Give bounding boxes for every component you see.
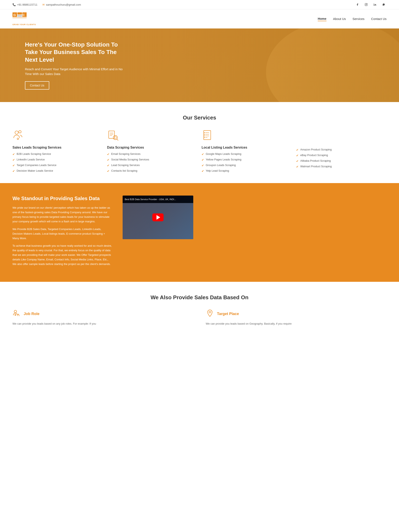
- also-item-2-text: We can provide you leads based on Geogra…: [206, 322, 291, 326]
- list-item: ✔eBay Product Scraping: [296, 154, 382, 157]
- svg-point-27: [204, 134, 205, 135]
- youtube-play-button[interactable]: [152, 213, 164, 221]
- list-item: ✔Email Scraping Services: [107, 152, 193, 156]
- svg-point-29: [204, 137, 205, 138]
- logo[interactable]: G C: [13, 12, 27, 23]
- svg-rect-10: [13, 18, 27, 18]
- whatsapp-icon[interactable]: [381, 2, 386, 7]
- check-icon: ✔: [13, 152, 15, 156]
- video-title-bar: Best B2B Data Service Provider - USA, UK…: [123, 196, 193, 203]
- svg-rect-6: [18, 15, 22, 17]
- phone-icon: 📞: [13, 3, 16, 6]
- data-scraping-icon: [107, 129, 193, 142]
- check-icon: ✔: [202, 164, 204, 167]
- nav-services[interactable]: Services: [352, 17, 365, 21]
- target-place-icon: [206, 309, 214, 319]
- nav-home[interactable]: Home: [318, 17, 326, 21]
- list-item: ✔Decision Maker Leads Service: [13, 169, 99, 173]
- standout-title: We Standout in Providing Sales Data: [13, 196, 112, 201]
- hero-title: Here's Your One-Stop Solution To Take Yo…: [25, 41, 125, 63]
- nav-contact[interactable]: Contact Us: [371, 17, 386, 21]
- logo-area: G C GRAB YOUR CLIENTS: [13, 12, 36, 25]
- svg-text:C: C: [22, 13, 25, 17]
- service-list-1: ✔B2B Leads Scraping Service ✔LinkedIn Le…: [13, 152, 99, 173]
- also-item-1: Job Role We can provide you leads based …: [13, 309, 193, 326]
- svg-rect-21: [204, 131, 211, 140]
- social-links: [355, 2, 386, 7]
- header: G C GRAB YOUR CLIENTS Home About Us Serv…: [0, 9, 399, 28]
- also-item-1-header: Job Role: [13, 309, 39, 319]
- also-section: We Also Provide Sales Data Based On Job …: [0, 282, 399, 334]
- svg-text:G: G: [13, 13, 16, 17]
- also-item-1-title: Job Role: [24, 312, 39, 316]
- standout-para-2: We Provide B2B Sales Data, Targeted Comp…: [13, 227, 112, 241]
- local-listing-icon: [202, 129, 288, 142]
- svg-point-28: [204, 135, 205, 136]
- svg-point-3: [374, 3, 374, 4]
- email-info: ✉ sampathvuchuru@gmail.com: [42, 3, 81, 6]
- svg-point-30: [14, 310, 17, 313]
- video-title-text: Best B2B Data Service Provider - USA, UK…: [125, 198, 176, 201]
- check-icon: ✔: [202, 152, 204, 156]
- svg-rect-5: [18, 13, 22, 14]
- top-bar-left: 📞 +91 8686115711 ✉ sampathvuchuru@gmail.…: [13, 3, 81, 6]
- hero-section: Here's Your One-Stop Solution To Take Yo…: [0, 28, 399, 102]
- list-item: ✔LinkedIn Leads Service: [13, 158, 99, 161]
- list-item: ✔Social Media Scraping Services: [107, 158, 193, 161]
- standout-video: Best B2B Data Service Provider - USA, UK…: [123, 196, 193, 239]
- svg-point-1: [366, 4, 367, 5]
- svg-point-12: [19, 131, 21, 133]
- instagram-icon[interactable]: [363, 2, 369, 7]
- also-item-1-text: We can provide you leads based on any jo…: [13, 322, 96, 326]
- facebook-icon[interactable]: [355, 2, 360, 7]
- phone-number: +91 8686115711: [17, 3, 38, 6]
- phone-info: 📞 +91 8686115711: [13, 3, 38, 6]
- linkedin-icon[interactable]: [372, 2, 378, 7]
- hero-subtitle: Reach and Convert Your Target Audience w…: [25, 67, 125, 76]
- list-item: ✔Alibaba Product Scraping: [296, 159, 382, 163]
- list-item: ✔Google Maps Leads Scraping: [202, 152, 288, 156]
- standout-section: We Standout in Providing Sales Data We p…: [0, 183, 399, 282]
- list-item: ✔Amazon Product Scraping: [296, 148, 382, 152]
- service-title-1: Sales Leads Scraping Services: [13, 146, 99, 149]
- service-col-3: Local Listing Leads Services ✔Google Map…: [197, 129, 292, 175]
- service-title-2: Data Scraping Services: [107, 146, 193, 149]
- hero-cta-button[interactable]: Contact Us: [25, 81, 49, 89]
- video-inner: Best B2B Data Service Provider - USA, UK…: [123, 196, 193, 239]
- list-item: ✔Contacts list Scraping: [107, 169, 193, 173]
- email-address: sampathvuchuru@gmail.com: [46, 3, 81, 6]
- logo-tagline: GRAB YOUR CLIENTS: [13, 24, 36, 25]
- top-bar: 📞 +91 8686115711 ✉ sampathvuchuru@gmail.…: [0, 0, 399, 9]
- check-icon: ✔: [107, 158, 109, 161]
- standout-content: We Standout in Providing Sales Data We p…: [13, 196, 112, 269]
- job-role-icon: [13, 309, 21, 319]
- check-icon: ✔: [296, 165, 299, 168]
- list-item: ✔Yellow Pages Leads Scraping: [202, 158, 288, 161]
- service-col-1: Sales Leads Scraping Services ✔B2B Leads…: [13, 129, 103, 175]
- service-list-3: ✔Google Maps Leads Scraping ✔Yellow Page…: [202, 152, 288, 173]
- also-title: We Also Provide Sales Data Based On: [13, 294, 386, 301]
- list-item: ✔Yelp Lead Scraping: [202, 169, 288, 173]
- svg-rect-14: [109, 131, 114, 138]
- check-icon: ✔: [13, 169, 15, 173]
- video-thumbnail[interactable]: Best B2B Data Service Provider - USA, UK…: [123, 196, 193, 239]
- service-title-3: Local Listing Leads Services: [202, 146, 288, 149]
- list-item: ✔Target Companies Leads Service: [13, 164, 99, 167]
- service-col-4: ✔Amazon Product Scraping ✔eBay Product S…: [292, 129, 386, 171]
- check-icon: ✔: [107, 152, 109, 156]
- standout-para-1: We pride our brand on our clients' perce…: [13, 206, 112, 224]
- also-item-2-header: Target Place: [206, 309, 239, 319]
- email-icon: ✉: [42, 3, 45, 6]
- check-icon: ✔: [202, 169, 204, 173]
- sales-leads-icon: [13, 129, 99, 142]
- nav-about[interactable]: About Us: [333, 17, 346, 21]
- check-icon: ✔: [202, 158, 204, 161]
- service-list-2: ✔Email Scraping Services ✔Social Media S…: [107, 152, 193, 173]
- svg-point-11: [15, 131, 18, 134]
- also-item-2: Target Place We can provide you leads ba…: [206, 309, 386, 326]
- service-list-4: ✔Amazon Product Scraping ✔eBay Product S…: [296, 148, 382, 168]
- list-item: ✔Lead Scraping Services: [107, 164, 193, 167]
- svg-rect-0: [365, 3, 367, 6]
- check-icon: ✔: [107, 169, 109, 173]
- list-item: ✔Groupon Leads Scraping: [202, 164, 288, 167]
